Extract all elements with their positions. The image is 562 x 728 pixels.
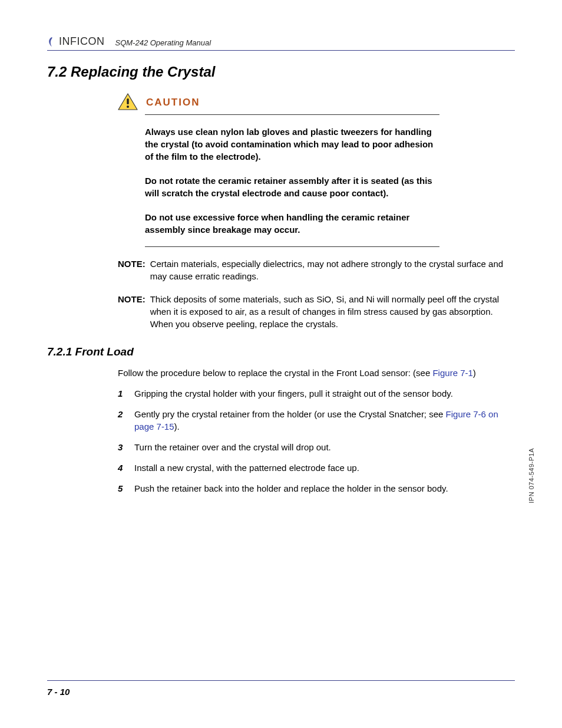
- figure-link[interactable]: Figure 7-1: [432, 368, 472, 378]
- intro-text-prefix: Follow the procedure below to replace th…: [118, 368, 432, 378]
- note-text: Thick deposits of some materials, such a…: [150, 293, 509, 330]
- step-text: Turn the retainer over and the crystal w…: [134, 441, 331, 453]
- svg-point-1: [127, 106, 129, 108]
- page-header: INFICON SQM-242 Operating Manual: [47, 35, 515, 51]
- brand-logo: INFICON: [47, 35, 105, 48]
- step-text-post: ).: [174, 421, 180, 431]
- procedure-steps: 1 Gripping the crystal holder with your …: [118, 387, 509, 495]
- note-block: NOTE: Certain materials, especially diel…: [118, 258, 509, 282]
- caution-text: Always use clean nylon lab gloves and pl…: [145, 115, 439, 246]
- note-label: NOTE:: [118, 293, 146, 330]
- caution-block: CAUTION Always use clean nylon lab glove…: [118, 93, 515, 247]
- caution-para: Do not rotate the ceramic retainer assem…: [145, 174, 439, 199]
- caution-label: CAUTION: [146, 97, 200, 108]
- step-item: 2 Gently pry the crystal retainer from t…: [118, 408, 509, 433]
- step-text: Gently pry the crystal retainer from the…: [134, 408, 509, 433]
- intro-paragraph: Follow the procedure below to replace th…: [118, 367, 509, 379]
- step-text: Gripping the crystal holder with your fi…: [134, 387, 453, 400]
- brand-name: INFICON: [59, 35, 105, 48]
- step-item: 4 Install a new crystal, with the patter…: [118, 462, 509, 474]
- inficon-logo-icon: [47, 37, 57, 47]
- note-block: NOTE: Thick deposits of some materials, …: [118, 293, 509, 330]
- document-title: SQM-242 Operating Manual: [115, 38, 211, 48]
- step-text: Install a new crystal, with the patterne…: [134, 462, 359, 474]
- caution-rule-bottom: [145, 246, 439, 247]
- step-number: 4: [118, 462, 127, 474]
- step-text-pre: Gently pry the crystal retainer from the…: [134, 409, 446, 419]
- note-label: NOTE:: [118, 258, 146, 282]
- step-item: 3 Turn the retainer over and the crystal…: [118, 441, 509, 453]
- page-footer: 7 - 10: [47, 680, 515, 697]
- svg-rect-0: [127, 98, 128, 104]
- note-text: Certain materials, especially dielectric…: [150, 258, 509, 282]
- subsection-heading: 7.2.1 Front Load: [47, 345, 515, 358]
- section-heading: 7.2 Replacing the Crystal: [47, 64, 515, 80]
- step-item: 1 Gripping the crystal holder with your …: [118, 387, 509, 400]
- step-number: 1: [118, 387, 127, 400]
- ipn-code: IPN 074-549-P1A: [528, 448, 535, 503]
- caution-para: Always use clean nylon lab gloves and pl…: [145, 126, 439, 163]
- intro-text-suffix: ): [473, 368, 476, 378]
- warning-triangle-icon: [118, 93, 138, 111]
- step-number: 3: [118, 441, 127, 453]
- page-number: 7 - 10: [47, 687, 70, 697]
- caution-para: Do not use excessive force when handling…: [145, 211, 439, 236]
- step-text: Push the retainer back into the holder a…: [134, 482, 448, 495]
- step-number: 2: [118, 408, 127, 433]
- step-item: 5 Push the retainer back into the holder…: [118, 482, 509, 495]
- step-number: 5: [118, 482, 127, 495]
